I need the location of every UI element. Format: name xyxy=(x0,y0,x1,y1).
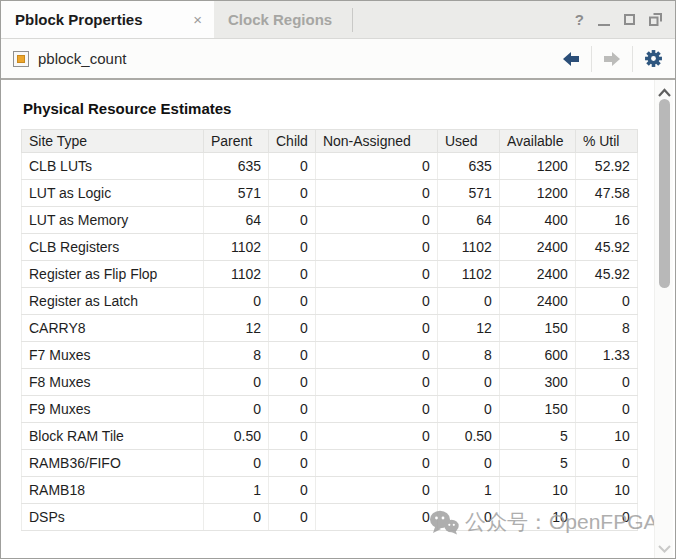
table-row[interactable]: F9 Muxes00001500 xyxy=(22,396,638,423)
toolbar-nav xyxy=(562,46,663,72)
value-cell: 0 xyxy=(269,342,316,369)
column-header-non-assigned[interactable]: Non-Assigned xyxy=(315,130,437,153)
table-row[interactable]: LUT as Logic57100571120047.58 xyxy=(22,180,638,207)
table-header-row: Site Type Parent Child Non-Assigned Used… xyxy=(22,130,638,153)
value-cell: 400 xyxy=(499,207,575,234)
value-cell: 0 xyxy=(204,369,269,396)
value-cell: 0 xyxy=(269,261,316,288)
value-cell: 0 xyxy=(315,288,437,315)
close-icon[interactable]: × xyxy=(191,11,204,28)
scrollbar-thumb[interactable] xyxy=(659,99,670,288)
site-type-cell: LUT as Logic xyxy=(22,180,204,207)
value-cell: 0.50 xyxy=(204,423,269,450)
value-cell: 571 xyxy=(437,180,499,207)
value-cell: 52.92 xyxy=(575,153,637,180)
tab-clock-regions[interactable]: Clock Regions xyxy=(214,1,346,38)
pblock-properties-window: Pblock Properties × Clock Regions ? pblo… xyxy=(0,0,676,559)
table-row[interactable]: Block RAM Tile0.50000.50510 xyxy=(22,423,638,450)
value-cell: 0 xyxy=(315,396,437,423)
column-header-available[interactable]: Available xyxy=(499,130,575,153)
table-row[interactable]: CLB Registers1102001102240045.92 xyxy=(22,234,638,261)
value-cell: 8 xyxy=(575,315,637,342)
value-cell: 0 xyxy=(315,153,437,180)
table-row[interactable]: CARRY81200121508 xyxy=(22,315,638,342)
column-header-site-type[interactable]: Site Type xyxy=(22,130,204,153)
value-cell: 0 xyxy=(437,369,499,396)
value-cell: 1102 xyxy=(204,261,269,288)
scroll-down-icon[interactable] xyxy=(657,539,672,557)
value-cell: 0 xyxy=(315,180,437,207)
site-type-cell: CLB LUTs xyxy=(22,153,204,180)
value-cell: 0 xyxy=(204,504,269,531)
value-cell: 0 xyxy=(269,315,316,342)
value-cell: 2400 xyxy=(499,288,575,315)
column-header-used[interactable]: Used xyxy=(437,130,499,153)
value-cell: 0 xyxy=(269,207,316,234)
value-cell: 1200 xyxy=(499,153,575,180)
value-cell: 12 xyxy=(204,315,269,342)
toolbar: pblock_count xyxy=(1,39,675,80)
float-icon[interactable] xyxy=(649,13,662,26)
table-row[interactable]: RAMB36/FIFO000050 xyxy=(22,450,638,477)
column-header-parent[interactable]: Parent xyxy=(204,130,269,153)
value-cell: 0 xyxy=(269,153,316,180)
value-cell: 0 xyxy=(575,369,637,396)
titlebar: Pblock Properties × Clock Regions ? xyxy=(1,1,675,39)
column-header-util[interactable]: % Util xyxy=(575,130,637,153)
maximize-icon[interactable] xyxy=(624,14,635,25)
table-row[interactable]: DSPs0000100 xyxy=(22,504,638,531)
tab-label: Clock Regions xyxy=(228,11,332,28)
minimize-icon[interactable] xyxy=(598,13,610,26)
value-cell: 0 xyxy=(315,234,437,261)
site-type-cell: Register as Flip Flop xyxy=(22,261,204,288)
value-cell: 0 xyxy=(269,396,316,423)
table-row[interactable]: LUT as Memory64006440016 xyxy=(22,207,638,234)
table-row[interactable]: CLB LUTs63500635120052.92 xyxy=(22,153,638,180)
value-cell: 10 xyxy=(499,477,575,504)
site-type-cell: F7 Muxes xyxy=(22,342,204,369)
value-cell: 150 xyxy=(499,396,575,423)
value-cell: 12 xyxy=(437,315,499,342)
window-controls: ? xyxy=(575,1,675,38)
value-cell: 8 xyxy=(437,342,499,369)
help-icon[interactable]: ? xyxy=(575,11,584,28)
value-cell: 0 xyxy=(204,396,269,423)
value-cell: 300 xyxy=(499,369,575,396)
value-cell: 10 xyxy=(575,423,637,450)
value-cell: 0 xyxy=(575,504,637,531)
value-cell: 0 xyxy=(269,477,316,504)
site-type-cell: F9 Muxes xyxy=(22,396,204,423)
value-cell: 2400 xyxy=(499,261,575,288)
value-cell: 0 xyxy=(315,342,437,369)
table-row[interactable]: F8 Muxes00003000 xyxy=(22,369,638,396)
forward-arrow-icon[interactable] xyxy=(603,51,621,67)
value-cell: 0 xyxy=(315,477,437,504)
site-type-cell: F8 Muxes xyxy=(22,369,204,396)
back-arrow-icon[interactable] xyxy=(562,51,580,67)
table-row[interactable]: F7 Muxes80086001.33 xyxy=(22,342,638,369)
column-header-child[interactable]: Child xyxy=(269,130,316,153)
section-title: Physical Resource Estimates xyxy=(1,80,675,129)
pblock-icon xyxy=(13,51,29,67)
toolbar-separator xyxy=(591,46,592,72)
value-cell: 1102 xyxy=(437,261,499,288)
value-cell: 150 xyxy=(499,315,575,342)
value-cell: 635 xyxy=(204,153,269,180)
value-cell: 0 xyxy=(575,396,637,423)
selected-object-label: pblock_count xyxy=(38,50,126,67)
value-cell: 1102 xyxy=(437,234,499,261)
value-cell: 1 xyxy=(204,477,269,504)
value-cell: 1200 xyxy=(499,180,575,207)
value-cell: 0 xyxy=(269,180,316,207)
value-cell: 0 xyxy=(204,450,269,477)
value-cell: 0 xyxy=(315,504,437,531)
table-row[interactable]: RAMB1810011010 xyxy=(22,477,638,504)
table-row[interactable]: Register as Flip Flop1102001102240045.92 xyxy=(22,261,638,288)
vertical-scrollbar[interactable] xyxy=(654,80,673,558)
gear-icon[interactable] xyxy=(644,49,663,68)
value-cell: 0 xyxy=(269,288,316,315)
tab-pblock-properties[interactable]: Pblock Properties × xyxy=(1,1,214,38)
table-row[interactable]: Register as Latch000024000 xyxy=(22,288,638,315)
site-type-cell: DSPs xyxy=(22,504,204,531)
tab-separator xyxy=(352,8,353,32)
